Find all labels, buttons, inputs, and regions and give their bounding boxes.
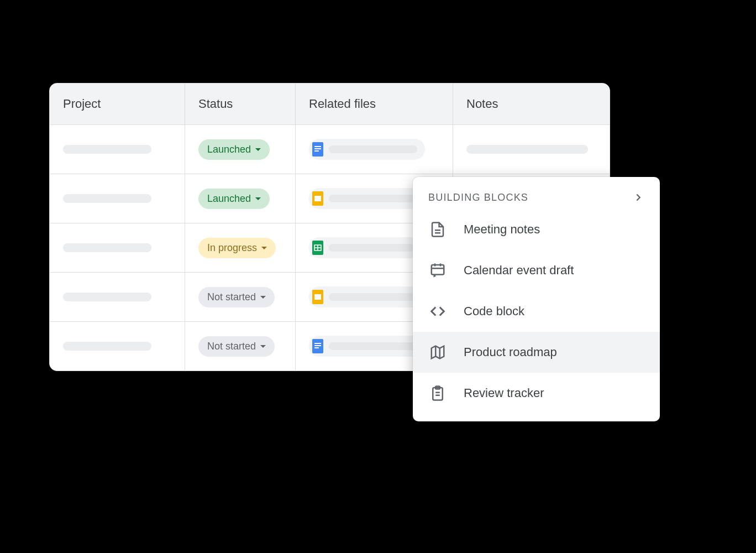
table-row: Launched [50, 125, 610, 174]
project-cell [50, 174, 185, 223]
header-project: Project [50, 84, 185, 124]
building-block-item[interactable]: Calendar event draft [413, 250, 660, 291]
slides-icon [312, 191, 323, 206]
status-cell: Launched [185, 174, 296, 223]
building-block-label: Meeting notes [464, 222, 540, 237]
caret-down-icon [260, 296, 266, 299]
project-placeholder [63, 342, 151, 351]
related-files-cell [296, 125, 453, 174]
notes-cell [453, 125, 610, 174]
status-chip[interactable]: Launched [198, 139, 270, 160]
building-blocks-popup: BUILDING BLOCKS Meeting notesCalendar ev… [413, 177, 660, 421]
caret-down-icon [261, 247, 267, 249]
status-chip[interactable]: Launched [198, 189, 270, 209]
svg-rect-14 [314, 345, 321, 346]
header-related-files: Related files [296, 84, 453, 124]
docs-icon [312, 142, 323, 156]
building-block-label: Code block [464, 304, 524, 319]
file-chip[interactable] [309, 336, 425, 357]
file-chip[interactable] [309, 237, 425, 258]
file-name-placeholder [329, 342, 417, 350]
file-name-placeholder [329, 195, 417, 202]
header-status: Status [185, 84, 296, 124]
file-name-placeholder [329, 145, 417, 153]
chevron-right-icon[interactable] [632, 191, 644, 204]
svg-marker-22 [432, 346, 444, 359]
svg-rect-11 [314, 294, 321, 300]
file-chip[interactable] [309, 286, 425, 307]
svg-rect-1 [314, 146, 321, 147]
popup-header: BUILDING BLOCKS [413, 191, 660, 209]
building-block-item[interactable]: Product roadmap [413, 332, 660, 373]
file-icon [428, 220, 447, 239]
docs-icon [312, 339, 323, 353]
status-label: Not started [207, 341, 256, 352]
sheets-icon [312, 241, 323, 255]
status-cell: Launched [185, 125, 296, 174]
project-cell [50, 125, 185, 174]
status-chip[interactable]: Not started [198, 336, 275, 357]
status-label: In progress [207, 242, 257, 254]
project-placeholder [63, 243, 151, 252]
building-block-item[interactable]: Review tracker [413, 373, 660, 414]
project-cell [50, 223, 185, 272]
status-chip[interactable]: In progress [198, 238, 276, 258]
calendar-icon [428, 261, 447, 280]
clipboard-icon [428, 384, 447, 403]
status-label: Launched [207, 193, 251, 205]
building-block-label: Calendar event draft [464, 263, 574, 278]
file-name-placeholder [329, 293, 417, 301]
notes-placeholder [466, 145, 588, 154]
status-label: Not started [207, 291, 256, 303]
building-block-item[interactable]: Meeting notes [413, 209, 660, 250]
file-chip[interactable] [309, 139, 425, 160]
caret-down-icon [255, 197, 261, 200]
project-placeholder [63, 293, 151, 301]
svg-rect-2 [314, 148, 321, 149]
table-header-row: Project Status Related files Notes [50, 84, 610, 125]
caret-down-icon [260, 345, 266, 348]
svg-rect-13 [314, 343, 321, 344]
building-block-label: Review tracker [464, 386, 544, 400]
svg-rect-5 [314, 196, 321, 201]
popup-title: BUILDING BLOCKS [428, 192, 528, 204]
svg-rect-15 [314, 347, 319, 348]
status-chip[interactable]: Not started [198, 287, 275, 307]
svg-rect-3 [314, 150, 319, 152]
svg-rect-18 [432, 265, 444, 275]
status-cell: Not started [185, 322, 296, 371]
caret-down-icon [255, 148, 261, 151]
status-cell: In progress [185, 223, 296, 272]
map-icon [428, 343, 447, 362]
file-name-placeholder [329, 244, 417, 252]
project-cell [50, 273, 185, 321]
project-placeholder [63, 145, 151, 154]
project-placeholder [63, 194, 151, 203]
file-chip[interactable] [309, 188, 425, 209]
building-block-label: Product roadmap [464, 345, 557, 359]
slides-icon [312, 290, 323, 304]
project-cell [50, 322, 185, 371]
code-icon [428, 302, 447, 321]
status-label: Launched [207, 144, 251, 155]
header-notes: Notes [453, 84, 610, 124]
building-block-item[interactable]: Code block [413, 291, 660, 332]
status-cell: Not started [185, 273, 296, 321]
